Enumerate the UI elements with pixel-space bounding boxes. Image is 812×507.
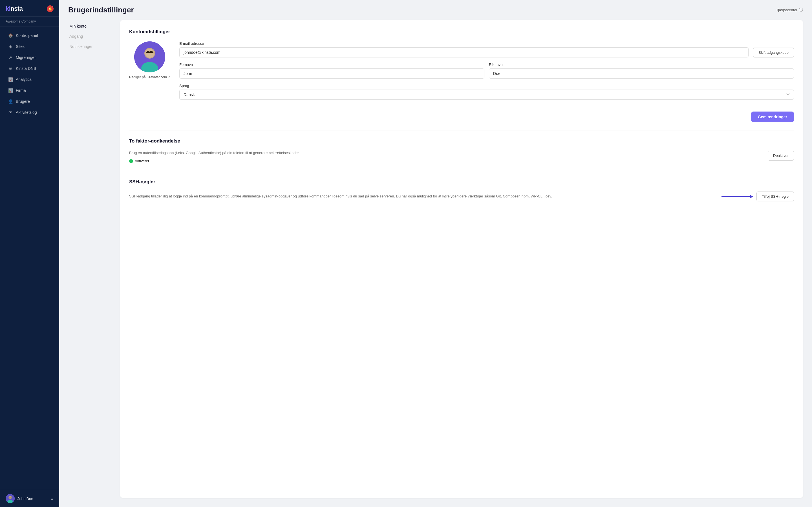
sidebar-nav: 🏠 Kontrolpanel ◈ Sites ↗ Migreringer ≋ K… (0, 26, 59, 490)
arrow-decoration (721, 194, 753, 199)
sidebar: kinsta 🔔 Awesome Company 🏠 Kontrolpanel … (0, 0, 59, 507)
page-title: Brugerindstillinger (68, 6, 134, 14)
svg-point-7 (145, 49, 154, 58)
first-name-field-group: Fornavn (179, 62, 485, 78)
user-name: John Doe (17, 497, 48, 501)
content-area: Min konto Adgang Notificeringer Kontoind… (59, 14, 812, 507)
name-row: Fornavn Efteravn (179, 62, 794, 78)
tfa-row: Brug en autentifiseringsapp (f.eks. Goog… (129, 151, 794, 163)
tfa-left: Brug en autentifiseringsapp (f.eks. Goog… (129, 151, 763, 163)
dns-icon: ≋ (8, 66, 13, 71)
top-bar: Brugerindstillinger Hjælpecenter ⓘ (59, 0, 812, 14)
last-name-label: Efteravn (489, 62, 794, 67)
tfa-description: Brug en autentifiseringsapp (f.eks. Goog… (129, 151, 763, 155)
email-field-group: E-mail-adresse (179, 41, 749, 57)
firma-icon: 📊 (8, 88, 13, 93)
settings-card: Kontoindstillinger Rediger på Gravata (120, 20, 803, 498)
status-active-dot (129, 159, 133, 163)
save-row: Gem ændringer (129, 112, 794, 122)
last-name-input[interactable] (489, 68, 794, 78)
language-row: Sprog Dansk English Deutsch (179, 83, 794, 100)
email-row: E-mail-adresse Skift adgangskode (179, 41, 794, 57)
help-circle-icon: ⓘ (799, 7, 803, 13)
account-settings-title: Kontoindstillinger (129, 29, 794, 35)
main-content: Brugerindstillinger Hjælpecenter ⓘ Min k… (59, 0, 812, 507)
avatar-section: Rediger på Gravatar.com ↗ (129, 41, 170, 79)
add-ssh-key-button[interactable]: Tilføj SSH-nøgle (756, 191, 794, 202)
form-section: E-mail-adresse Skift adgangskode Fornavn… (179, 41, 794, 105)
change-password-button[interactable]: Skift adgangskode (753, 48, 794, 57)
tab-adgang: Adgang (68, 31, 113, 41)
language-select[interactable]: Dansk English Deutsch (179, 90, 794, 100)
save-button[interactable]: Gem ændringer (751, 112, 794, 122)
last-name-field-group: Efteravn (489, 62, 794, 78)
ssh-arrow-btn: Tilføj SSH-nøgle (721, 191, 794, 202)
avatar (6, 494, 15, 503)
ssh-row: SSH-adgang tillader dig at logge ind på … (129, 191, 794, 202)
home-icon: 🏠 (8, 33, 13, 38)
email-input[interactable] (179, 47, 749, 57)
help-center-link[interactable]: Hjælpecenter ⓘ (776, 7, 803, 13)
tfa-status: Aktiveret (129, 159, 763, 163)
ssh-description: SSH-adgang tillader dig at logge ind på … (129, 193, 712, 200)
first-name-label: Fornavn (179, 62, 485, 67)
sidebar-item-kontrolpanel[interactable]: 🏠 Kontrolpanel (2, 30, 57, 41)
tab-notificeringer: Notificeringer (68, 41, 113, 52)
tab-nav: Min konto Adgang Notificeringer (68, 20, 113, 498)
sidebar-item-brugere[interactable]: 👤 Brugere (2, 96, 57, 107)
users-icon: 👤 (8, 99, 13, 104)
sidebar-item-aktivitetslog[interactable]: 👁 Aktivitetslog (2, 107, 57, 118)
notification-bell[interactable]: 🔔 (47, 5, 54, 12)
tfa-title: To faktor-godkendelse (129, 138, 794, 144)
first-name-input[interactable] (179, 68, 485, 78)
sidebar-item-firma[interactable]: 📊 Firma (2, 85, 57, 96)
tfa-status-label: Aktiveret (135, 159, 149, 163)
email-label: E-mail-adresse (179, 41, 749, 46)
user-footer[interactable]: John Doe ▲ (0, 490, 59, 507)
sidebar-item-kinsta-dns[interactable]: ≋ Kinsta DNS (2, 63, 57, 74)
deactivate-button[interactable]: Deaktiver (768, 151, 794, 161)
language-label: Sprog (179, 83, 794, 88)
arrow-shaft (721, 196, 750, 197)
divider-1 (129, 130, 794, 130)
external-link-icon: ↗ (168, 75, 170, 79)
sites-icon: ◈ (8, 44, 13, 49)
tab-min-konto[interactable]: Min konto (68, 21, 113, 31)
notification-dot (52, 5, 54, 7)
migrate-icon: ↗ (8, 55, 13, 60)
arrow-head (750, 194, 753, 199)
profile-avatar (134, 41, 165, 72)
language-field-group: Sprog Dansk English Deutsch (179, 83, 794, 100)
sidebar-header: kinsta 🔔 (0, 0, 59, 17)
sidebar-item-analytics[interactable]: 📈 Analytics (2, 74, 57, 85)
chevron-up-icon: ▲ (50, 497, 54, 500)
ssh-title: SSH-nøgler (129, 179, 794, 185)
analytics-icon: 📈 (8, 77, 13, 82)
company-name: Awesome Company (0, 17, 59, 26)
sidebar-item-migreringer[interactable]: ↗ Migreringer (2, 52, 57, 63)
activity-icon: 👁 (8, 110, 13, 115)
divider-2 (129, 171, 794, 171)
gravatar-link[interactable]: Rediger på Gravatar.com ↗ (129, 75, 170, 79)
sidebar-item-sites[interactable]: ◈ Sites (2, 41, 57, 52)
account-top: Rediger på Gravatar.com ↗ E-mail-adresse… (129, 41, 794, 105)
kinsta-logo: kinsta (6, 5, 23, 12)
